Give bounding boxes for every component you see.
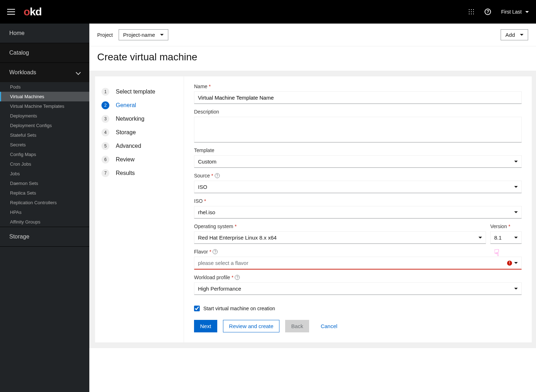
page-title: Create virtual machine: [89, 46, 536, 71]
next-button[interactable]: Next: [194, 320, 217, 332]
caret-down-icon: [514, 211, 518, 213]
version-select[interactable]: 8.1: [490, 231, 522, 244]
sidebar-item-vm-templates[interactable]: Virtual Machine Templates: [0, 101, 89, 111]
version-label: Version: [490, 223, 507, 229]
description-input[interactable]: [194, 117, 522, 142]
sidebar-item-replication-controllers[interactable]: Replication Controllers: [0, 198, 89, 207]
caret-down-icon: [514, 161, 518, 162]
project-bar: Project Project-name Add: [89, 24, 536, 46]
error-icon: !: [507, 261, 512, 266]
add-dropdown[interactable]: Add: [501, 29, 528, 40]
logo-kd: kd: [30, 6, 41, 17]
caret-down-icon: [520, 34, 523, 36]
step-advanced[interactable]: 5Advanced: [101, 139, 177, 153]
sidebar-item-stateful-sets[interactable]: Stateful Sets: [0, 130, 89, 140]
sidebar-item-daemon-sets[interactable]: Daemon Sets: [0, 179, 89, 188]
cancel-button[interactable]: Cancel: [315, 320, 343, 332]
top-bar: okd ? First Last: [0, 0, 536, 24]
sidebar: Home Catalog Workloads Pods Virtual Mach…: [0, 24, 89, 392]
workload-label: Workload profile: [194, 275, 230, 280]
sidebar-item-deployment-configs[interactable]: Deployment Configs: [0, 121, 89, 130]
info-icon[interactable]: ?: [215, 173, 220, 178]
template-select[interactable]: Custom: [194, 155, 522, 168]
step-networking[interactable]: 3Networking: [101, 112, 177, 126]
info-icon[interactable]: ?: [235, 275, 240, 280]
sidebar-item-secrets[interactable]: Secrets: [0, 140, 89, 150]
caret-down-icon: [160, 34, 164, 36]
help-icon[interactable]: ?: [485, 9, 491, 15]
sidebar-storage[interactable]: Storage: [0, 227, 89, 247]
start-on-creation-checkbox[interactable]: [194, 306, 200, 311]
sidebar-catalog[interactable]: Catalog: [0, 43, 89, 63]
logo-o: o: [24, 6, 30, 17]
name-label: Name: [194, 84, 207, 89]
user-name: First Last: [501, 9, 522, 15]
user-menu[interactable]: First Last: [501, 9, 529, 15]
caret-down-icon: [514, 288, 518, 290]
os-label: Operating system: [194, 223, 233, 229]
info-icon[interactable]: ?: [213, 249, 218, 254]
hamburger-icon[interactable]: [7, 9, 15, 15]
start-on-creation-label: Start virtual machine on creation: [203, 306, 275, 311]
sidebar-item-deployments[interactable]: Deployments: [0, 111, 89, 121]
name-input[interactable]: [194, 91, 522, 104]
sidebar-workloads[interactable]: Workloads: [0, 63, 89, 82]
caret-down-icon: [514, 186, 518, 188]
sidebar-item-config-maps[interactable]: Config Maps: [0, 150, 89, 159]
flavor-label: Flavor: [194, 249, 208, 255]
wizard-nav: 1Select template 2General 3Networking 4S…: [95, 76, 184, 342]
caret-down-icon: [478, 237, 482, 238]
iso-label: ISO: [194, 198, 203, 204]
iso-select[interactable]: rhel.iso: [194, 206, 522, 218]
flavor-select[interactable]: please select a flavor !: [194, 257, 522, 270]
chevron-down-icon: [76, 70, 81, 75]
sidebar-item-affinity-groups[interactable]: Affinity Groups: [0, 217, 89, 227]
step-select-template[interactable]: 1Select template: [101, 85, 177, 99]
source-label: Source: [194, 173, 210, 179]
source-select[interactable]: ISO: [194, 181, 522, 193]
sidebar-item-jobs[interactable]: Jobs: [0, 169, 89, 179]
workload-select[interactable]: High Performance: [194, 282, 522, 295]
apps-grid-icon[interactable]: [468, 9, 475, 15]
logo: okd: [24, 6, 41, 18]
sidebar-item-hpas[interactable]: HPAs: [0, 207, 89, 217]
sidebar-home[interactable]: Home: [0, 24, 89, 43]
review-and-create-button[interactable]: Review and create: [223, 320, 279, 332]
caret-down-icon: [525, 11, 529, 13]
back-button: Back: [285, 320, 309, 332]
project-select[interactable]: Project-name: [119, 29, 168, 40]
sidebar-item-replica-sets[interactable]: Replica Sets: [0, 188, 89, 198]
caret-down-icon: [514, 262, 518, 264]
sidebar-workloads-label: Workloads: [9, 69, 36, 76]
step-results[interactable]: 7Results: [101, 166, 177, 180]
caret-down-icon: [514, 237, 518, 238]
template-label: Template: [194, 147, 522, 153]
step-review[interactable]: 6Review: [101, 153, 177, 166]
sidebar-item-virtual-machines[interactable]: Virtual Machines: [0, 92, 89, 101]
step-general[interactable]: 2General: [101, 99, 177, 112]
main: Project Project-name Add Create virtual …: [89, 24, 536, 392]
sidebar-item-cron-jobs[interactable]: Cron Jobs: [0, 159, 89, 169]
add-label: Add: [505, 32, 515, 38]
step-storage[interactable]: 4Storage: [101, 126, 177, 139]
sidebar-item-pods[interactable]: Pods: [0, 82, 89, 92]
description-label: Description: [194, 109, 522, 115]
project-label: Project: [97, 32, 113, 38]
os-select[interactable]: Red Hat Enterprise Linux 8.x x64: [194, 231, 486, 244]
project-value: Project-name: [123, 32, 155, 38]
wizard-body: Name * Description Template Custom Sourc…: [184, 76, 532, 342]
